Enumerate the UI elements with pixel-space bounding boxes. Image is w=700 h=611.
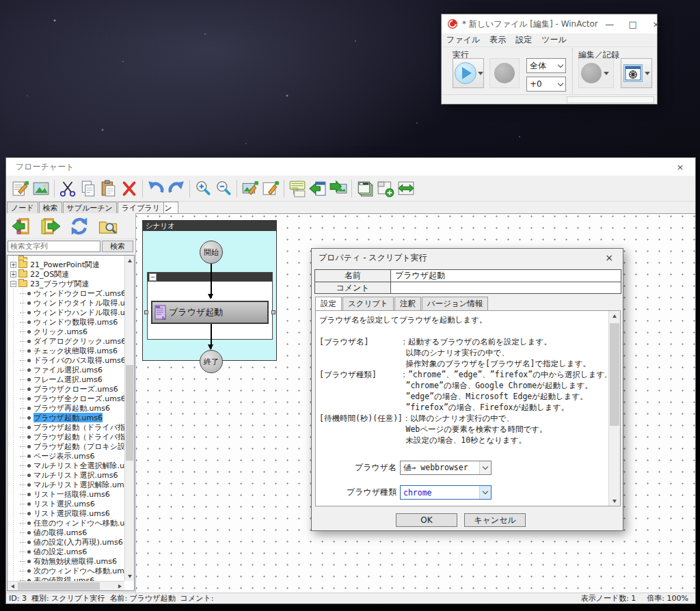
tree-group[interactable]: +22_OS関連	[8, 269, 124, 279]
panel-tab[interactable]: サブルーチン	[63, 202, 117, 213]
collapse-group-icon[interactable]: −	[149, 273, 157, 281]
tree-item[interactable]: ブラウザ起動（プロキシ設定）	[8, 442, 124, 451]
tree-item[interactable]: リスト選択取得.ums6	[8, 508, 124, 518]
panel-tab[interactable]: ライブラリ	[118, 202, 164, 213]
selection-handle[interactable]	[271, 310, 275, 314]
paste-button[interactable]	[98, 178, 119, 200]
tree-item[interactable]: 値の設定(入力再現).ums6	[8, 537, 124, 547]
cut-button[interactable]	[57, 178, 78, 200]
panel-tab[interactable]: 検索	[39, 202, 62, 213]
search-button[interactable]: 検索	[102, 241, 133, 252]
search-input[interactable]	[8, 241, 100, 252]
record-button[interactable]	[578, 58, 614, 88]
script-node[interactable]: ブラウザ起動	[151, 301, 269, 324]
run-dropdown-arrow[interactable]	[478, 72, 483, 75]
run-speed-select[interactable]: +0	[526, 77, 566, 92]
import-library-button[interactable]	[8, 215, 36, 238]
search-folder-button[interactable]	[94, 215, 122, 238]
scenario-frame[interactable]: シナリオ 開始 − ブラウザ起動 終了	[142, 220, 277, 361]
comment-value[interactable]	[391, 282, 621, 293]
tree-item[interactable]: ブラウザ起動.ums6	[8, 413, 124, 422]
stop-button[interactable]	[489, 58, 520, 88]
tree-item[interactable]: チェック状態取得.ums6	[8, 346, 124, 355]
ok-button[interactable]: OK	[396, 513, 457, 527]
menu-item[interactable]: 表示	[485, 34, 511, 46]
maximize-button[interactable]: □	[621, 14, 645, 33]
flowchart-title-bar[interactable]: フローチャート ×	[6, 158, 695, 176]
capture-window-button[interactable]	[260, 178, 281, 200]
dialog-title-bar[interactable]: プロパティ - スクリプト実行 ×	[312, 249, 623, 267]
menu-item[interactable]: ファイル	[442, 34, 485, 46]
dialog-tab[interactable]: 設定	[315, 297, 342, 310]
tree-item[interactable]: ドライバのパス取得.ums6	[8, 355, 124, 365]
scroll-right-arrow[interactable]	[115, 582, 124, 591]
tree-item[interactable]: 任意のウィンドウへ移動.um	[8, 518, 124, 528]
dialog-scrollbar[interactable]	[608, 311, 620, 506]
export-library-button[interactable]	[36, 215, 65, 238]
scroll-left-arrow[interactable]	[8, 582, 17, 591]
scrollbar-thumb[interactable]	[610, 323, 619, 426]
redo-button[interactable]	[166, 178, 187, 200]
dialog-close-button[interactable]: ×	[595, 249, 623, 267]
group-button[interactable]	[355, 178, 375, 200]
chevron-down-icon[interactable]	[479, 461, 491, 474]
close-button[interactable]: ×	[645, 14, 668, 33]
swap-node-button[interactable]	[396, 178, 416, 200]
zoom-out-button[interactable]	[213, 178, 234, 200]
delete-button[interactable]	[119, 178, 139, 200]
tree-item[interactable]: リスト一括取得.ums6	[8, 489, 124, 499]
cancel-button[interactable]: キャンセル	[464, 513, 526, 527]
expand-icon[interactable]: +	[10, 262, 16, 268]
tree-group-expanded[interactable]: − 23_ブラウザ関連	[8, 279, 124, 288]
dialog-tab[interactable]: バージョン情報	[422, 297, 489, 310]
tree-item[interactable]: 値の設定.ums6	[8, 547, 124, 556]
tree-item[interactable]: 表の値取得.ums6	[8, 575, 124, 581]
run-scope-select[interactable]: 全体	[526, 58, 566, 73]
tree-item[interactable]: マルチリスト全選択解除.um	[8, 461, 124, 470]
tree-item[interactable]: リスト選択.ums6	[8, 499, 124, 508]
import-node-button[interactable]	[308, 178, 328, 200]
tree-item[interactable]: ファイル選択.ums6	[8, 365, 124, 375]
expand-icon[interactable]: +	[10, 271, 16, 277]
panel-tab[interactable]: ノード	[7, 202, 38, 213]
tree-item[interactable]: ウィンドウハンドル取得.ums6	[8, 308, 124, 317]
minimize-button[interactable]: —	[598, 14, 621, 33]
tree-item[interactable]: ブラウザ起動（ドライバ指定）	[8, 432, 124, 442]
main-title-bar[interactable]: * 新しいファイル [編集] - WinActor — □ ×	[442, 14, 657, 33]
scenario-title[interactable]: シナリオ	[143, 221, 276, 231]
tree-item[interactable]: ブラウザ全クローズ.ums6	[8, 394, 124, 403]
add-node-button[interactable]	[375, 178, 396, 200]
tree-item[interactable]: ダイアログクリック.ums6	[8, 336, 124, 346]
comment-button[interactable]	[287, 178, 308, 200]
scroll-up-arrow[interactable]	[609, 311, 620, 321]
tree-item[interactable]: マルチリスト選択解除.ums6	[8, 480, 124, 489]
tree-item[interactable]: 値の取得.ums6	[8, 528, 124, 537]
tree-item[interactable]: クリック.ums6	[8, 327, 124, 336]
end-node[interactable]: 終了	[200, 350, 223, 373]
browser-name-select[interactable]: 値⇒ webbrowser	[400, 461, 492, 475]
tree-item[interactable]: ページ表示.ums6	[8, 451, 124, 461]
undo-button[interactable]	[146, 178, 166, 200]
tree-item[interactable]: 次のウィンドウへ移動.ums6	[8, 566, 124, 575]
tree-item[interactable]: ウィンドウ数取得.ums6	[8, 317, 124, 327]
record-dropdown-arrow[interactable]	[604, 72, 609, 75]
tree-item[interactable]: フレーム選択.ums6	[8, 375, 124, 384]
record-target-button[interactable]	[621, 58, 652, 88]
export-node-button[interactable]	[328, 178, 349, 200]
flowchart-close-button[interactable]: ×	[665, 158, 695, 176]
tree-item[interactable]: マルチリスト選択.ums6	[8, 470, 124, 480]
export-image-button[interactable]	[31, 178, 51, 200]
zoom-in-button[interactable]	[193, 178, 213, 200]
selection-handle[interactable]	[144, 310, 148, 314]
copy-button[interactable]	[78, 178, 98, 200]
group-header[interactable]: −	[148, 273, 272, 282]
tree-item[interactable]: 有効無効状態取得.ums6	[8, 556, 124, 566]
scroll-down-arrow[interactable]	[125, 571, 135, 581]
browser-type-select[interactable]: chrome	[400, 485, 492, 500]
record-target-dropdown-arrow[interactable]	[645, 72, 650, 75]
dialog-tab[interactable]: スクリプト	[342, 297, 394, 310]
scrollbar-thumb[interactable]	[126, 365, 133, 461]
save-flowchart-image-button[interactable]	[10, 178, 31, 200]
tree-item[interactable]: ブラウザ起動（ドライバ指定・	[8, 422, 124, 432]
capture-image-button[interactable]	[240, 178, 260, 200]
